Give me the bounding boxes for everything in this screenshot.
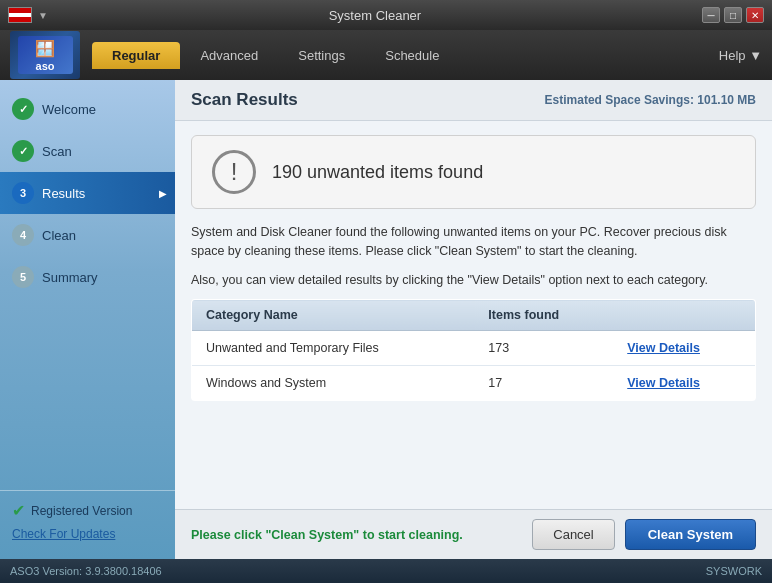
- close-button[interactable]: ✕: [746, 7, 764, 23]
- help-menu[interactable]: Help ▼: [719, 48, 762, 63]
- registered-row: ✔ Registered Version: [12, 501, 163, 520]
- sidebar-label-clean: Clean: [42, 228, 76, 243]
- menu-bar: 🪟 aso Regular Advanced Settings Schedule…: [0, 30, 772, 80]
- maximize-button[interactable]: □: [724, 7, 742, 23]
- col-header-action: [613, 300, 755, 331]
- title-bar: ▼ System Cleaner ─ □ ✕: [0, 0, 772, 30]
- footer-bar: Please click "Clean System" to start cle…: [175, 509, 772, 559]
- content-title: Scan Results: [191, 90, 298, 110]
- content-body: ! 190 unwanted items found System and Di…: [175, 121, 772, 509]
- version-label: ASO3 Version: 3.9.3800.18406: [10, 565, 162, 577]
- registered-label: Registered Version: [31, 504, 132, 518]
- sidebar-label-welcome: Welcome: [42, 102, 96, 117]
- table-row: Unwanted and Temporary Files 173 View De…: [192, 331, 756, 366]
- footer-msg-suffix: to start cleaning.: [363, 528, 463, 542]
- brand-label: SYSWORK: [706, 565, 762, 577]
- footer-msg-prefix: Please click: [191, 528, 262, 542]
- sidebar-item-scan[interactable]: ✓ Scan: [0, 130, 175, 172]
- content-header: Scan Results Estimated Space Savings: 10…: [175, 80, 772, 121]
- language-flag-icon[interactable]: [8, 7, 32, 23]
- alert-message: 190 unwanted items found: [272, 162, 483, 183]
- table-row: Windows and System 17 View Details: [192, 366, 756, 401]
- sidebar-label-scan: Scan: [42, 144, 72, 159]
- content-area: Scan Results Estimated Space Savings: 10…: [175, 80, 772, 559]
- description-2: Also, you can view detailed results by c…: [191, 271, 756, 290]
- col-header-category: Category Name: [192, 300, 475, 331]
- row1-items: 173: [474, 331, 613, 366]
- logo-text: aso: [36, 60, 55, 72]
- estimated-savings: Estimated Space Savings: 101.10 MB: [545, 93, 756, 107]
- results-table: Category Name Items found Unwanted and T…: [191, 299, 756, 401]
- main-layout: ✓ Welcome ✓ Scan 3 Results 4 Clean 5 Sum…: [0, 80, 772, 559]
- window-title: System Cleaner: [48, 8, 702, 23]
- description-1: System and Disk Cleaner found the follow…: [191, 223, 756, 261]
- step-circle-summary: 5: [12, 266, 34, 288]
- sidebar-label-summary: Summary: [42, 270, 98, 285]
- footer-message: Please click "Clean System" to start cle…: [191, 528, 463, 542]
- footer-buttons: Cancel Clean System: [532, 519, 756, 550]
- tab-schedule[interactable]: Schedule: [365, 42, 459, 69]
- row1-category: Unwanted and Temporary Files: [192, 331, 475, 366]
- step-circle-clean: 4: [12, 224, 34, 246]
- minimize-button[interactable]: ─: [702, 7, 720, 23]
- alert-icon: !: [212, 150, 256, 194]
- alert-symbol: !: [231, 158, 238, 186]
- logo-inner: 🪟 aso: [18, 36, 73, 74]
- step-circle-welcome: ✓: [12, 98, 34, 120]
- row2-view-details[interactable]: View Details: [627, 376, 700, 390]
- row2-category: Windows and System: [192, 366, 475, 401]
- dropdown-arrow[interactable]: ▼: [38, 10, 48, 21]
- cancel-button[interactable]: Cancel: [532, 519, 614, 550]
- window-controls: ─ □ ✕: [702, 7, 764, 23]
- sidebar-item-results[interactable]: 3 Results: [0, 172, 175, 214]
- app-logo: 🪟 aso: [10, 31, 80, 79]
- step-circle-results: 3: [12, 182, 34, 204]
- step-circle-scan: ✓: [12, 140, 34, 162]
- col-header-items: Items found: [474, 300, 613, 331]
- tab-advanced[interactable]: Advanced: [180, 42, 278, 69]
- sidebar-bottom: ✔ Registered Version Check For Updates: [0, 490, 175, 551]
- sidebar-item-clean[interactable]: 4 Clean: [0, 214, 175, 256]
- clean-system-button[interactable]: Clean System: [625, 519, 756, 550]
- status-bar: ASO3 Version: 3.9.3800.18406 SYSWORK: [0, 559, 772, 583]
- footer-link-text: "Clean System": [265, 528, 359, 542]
- title-bar-left: ▼: [8, 7, 48, 23]
- sidebar-item-welcome[interactable]: ✓ Welcome: [0, 88, 175, 130]
- sidebar: ✓ Welcome ✓ Scan 3 Results 4 Clean 5 Sum…: [0, 80, 175, 559]
- sidebar-label-results: Results: [42, 186, 85, 201]
- row1-view-details[interactable]: View Details: [627, 341, 700, 355]
- tab-regular[interactable]: Regular: [92, 42, 180, 69]
- alert-box: ! 190 unwanted items found: [191, 135, 756, 209]
- check-updates-link[interactable]: Check For Updates: [12, 527, 115, 541]
- registered-check-icon: ✔: [12, 501, 25, 520]
- sidebar-item-summary[interactable]: 5 Summary: [0, 256, 175, 298]
- row2-items: 17: [474, 366, 613, 401]
- tab-settings[interactable]: Settings: [278, 42, 365, 69]
- menu-tabs: Regular Advanced Settings Schedule: [92, 42, 459, 69]
